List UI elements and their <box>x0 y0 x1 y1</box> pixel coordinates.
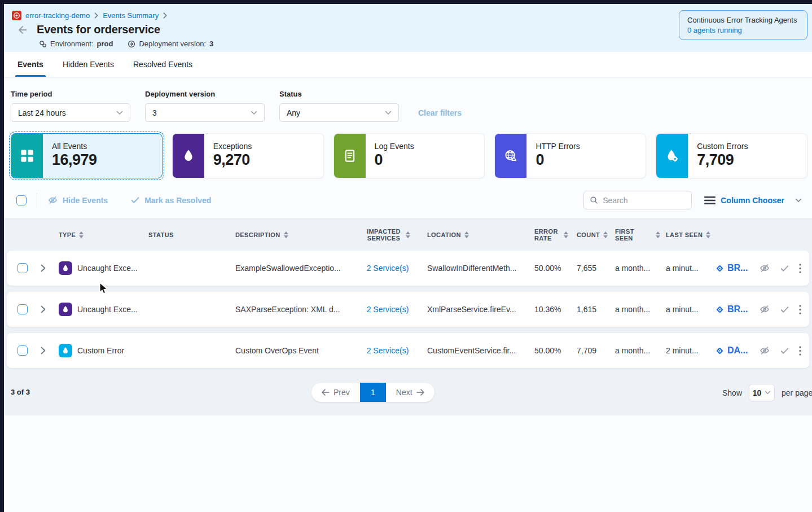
column-header-status: STATUS <box>145 231 230 238</box>
row-menu-icon[interactable] <box>799 305 801 314</box>
column-chooser-button[interactable]: Column Chooser <box>704 196 802 205</box>
column-label: COUNT <box>577 231 600 238</box>
impacted-services-link[interactable]: 2 Service(s) <box>354 305 422 314</box>
mark-resolved-button[interactable]: Mark as Resolved <box>130 195 211 205</box>
impacted-services-link[interactable]: 2 Service(s) <box>354 346 422 355</box>
expand-row-button[interactable] <box>33 305 53 313</box>
show-label: Show <box>722 388 742 397</box>
time-period-select[interactable]: Last 24 hours <box>11 103 130 122</box>
stat-card-value: 16,979 <box>52 152 97 169</box>
stat-card-value: 0 <box>375 152 414 169</box>
row-checkbox[interactable] <box>17 345 28 356</box>
toolbar-divider <box>37 193 37 208</box>
hide-event-icon[interactable] <box>759 345 770 356</box>
deployment-info: Deployment version: 3 <box>128 40 213 48</box>
expand-row-button[interactable] <box>33 264 53 272</box>
expand-row-button[interactable] <box>33 347 53 355</box>
chevron-right-icon <box>41 264 46 272</box>
sort-icon[interactable] <box>706 231 710 238</box>
search-input-wrapper <box>583 191 692 209</box>
first-seen-cell: a month... <box>609 264 660 273</box>
stat-card-all-events[interactable]: All Events 16,979 <box>11 133 163 178</box>
column-chooser-label: Column Chooser <box>721 196 784 205</box>
deployment-version-select[interactable]: 3 <box>145 103 265 122</box>
window-top-edge <box>0 0 812 4</box>
row-checkbox[interactable] <box>17 263 28 273</box>
error-rate-cell: 10.36% <box>529 305 571 314</box>
stat-card-custom-errors[interactable]: Custom Errors 7,709 <box>656 133 807 178</box>
sort-icon[interactable] <box>564 231 568 238</box>
table-row[interactable]: Uncaught Exce... SAXParseException: XML … <box>7 292 809 327</box>
search-input[interactable] <box>603 196 686 205</box>
breadcrumb-chevron-icon <box>94 12 99 19</box>
row-menu-icon[interactable] <box>799 346 801 356</box>
page-number-button[interactable]: 1 <box>360 383 386 402</box>
ticket-link[interactable]: BR... <box>711 304 757 314</box>
error-tracking-logo-icon <box>12 11 21 20</box>
tab-hidden-events[interactable]: Hidden Events <box>57 52 120 77</box>
stat-card-tile <box>334 134 366 178</box>
breadcrumb-project-link[interactable]: error-tracking-demo <box>25 11 90 20</box>
next-page-button[interactable]: Next <box>386 383 434 402</box>
stat-card-label: All Events <box>52 142 97 151</box>
column-header-impacted-services: IMPACTED SERVICES <box>354 228 422 242</box>
sort-icon[interactable] <box>406 231 410 238</box>
location-cell: XmlParseService.fireEv... <box>422 305 529 314</box>
resolve-event-icon[interactable] <box>780 264 789 273</box>
location-cell: SwallowInDifferentMeth... <box>422 264 529 273</box>
ticket-link[interactable]: BR... <box>711 263 757 273</box>
flame-icon <box>182 149 195 163</box>
column-label: ERROR RATE <box>534 228 560 242</box>
impacted-services-link[interactable]: 2 Service(s) <box>354 264 422 273</box>
prev-label: Prev <box>333 388 350 397</box>
sort-icon[interactable] <box>656 231 660 238</box>
breadcrumb-events-summary-link[interactable]: Events Summary <box>103 11 159 20</box>
pager: Prev 1 Next <box>311 383 434 402</box>
tab-resolved-events[interactable]: Resolved Events <box>128 52 198 77</box>
table-row[interactable]: Uncaught Exce... ExampleSwallowedExcepti… <box>7 251 809 286</box>
status-value: Any <box>287 108 300 117</box>
environment-label: Environment: <box>50 40 94 48</box>
last-seen-cell: 2 minut... <box>660 346 711 355</box>
page-size-select[interactable]: 10 <box>749 384 775 401</box>
hide-event-icon[interactable] <box>759 304 770 315</box>
ticket-link[interactable]: DA... <box>711 345 757 356</box>
row-menu-icon[interactable] <box>799 264 801 273</box>
column-header-type: TYPE <box>53 231 145 238</box>
sort-icon[interactable] <box>464 231 469 238</box>
hide-event-icon[interactable] <box>759 262 770 274</box>
sort-icon[interactable] <box>79 231 84 238</box>
page-size-value: 10 <box>753 388 762 397</box>
page-title: Events for orderservice <box>37 23 160 36</box>
location-cell: CustomEventService.fir... <box>422 346 529 355</box>
back-arrow-icon[interactable] <box>16 24 29 36</box>
clear-filters-button[interactable]: Clear filters <box>418 108 462 117</box>
hide-events-button[interactable]: Hide Events <box>47 195 108 205</box>
tab-events[interactable]: Events <box>12 52 49 77</box>
description-cell: SAXParseException: XML d... <box>230 305 354 314</box>
sort-icon[interactable] <box>603 231 608 238</box>
stat-card-log-events[interactable]: Log Events 0 <box>333 133 485 178</box>
last-seen-cell: a minut... <box>660 305 711 314</box>
description-cell: ExampleSwallowedExceptio... <box>230 264 354 273</box>
sort-icon[interactable] <box>284 231 288 238</box>
agents-running-link[interactable]: 0 agents running <box>687 26 799 34</box>
select-all-checkbox[interactable] <box>16 195 27 205</box>
prev-page-button[interactable]: Prev <box>311 383 360 402</box>
status-select[interactable]: Any <box>279 103 399 122</box>
mark-resolved-label: Mark as Resolved <box>144 196 211 205</box>
table-row[interactable]: Custom Error Custom OverOps Event 2 Serv… <box>7 333 809 368</box>
description-cell: Custom OverOps Event <box>230 346 354 355</box>
first-seen-cell: a month... <box>609 346 660 355</box>
column-label: IMPACTED SERVICES <box>365 228 402 242</box>
stat-card-label: Custom Errors <box>697 142 748 151</box>
row-checkbox[interactable] <box>17 304 28 314</box>
stat-card-http-errors[interactable]: HTTP Errors 0 <box>494 133 646 178</box>
resolve-event-icon[interactable] <box>780 305 789 314</box>
stat-card-exceptions[interactable]: Exceptions 9,270 <box>172 133 324 178</box>
eye-off-icon <box>47 195 58 205</box>
jira-issue-icon <box>716 347 724 355</box>
column-label: LAST SEEN <box>666 231 703 238</box>
jira-issue-icon <box>716 305 724 314</box>
resolve-event-icon[interactable] <box>780 346 789 356</box>
